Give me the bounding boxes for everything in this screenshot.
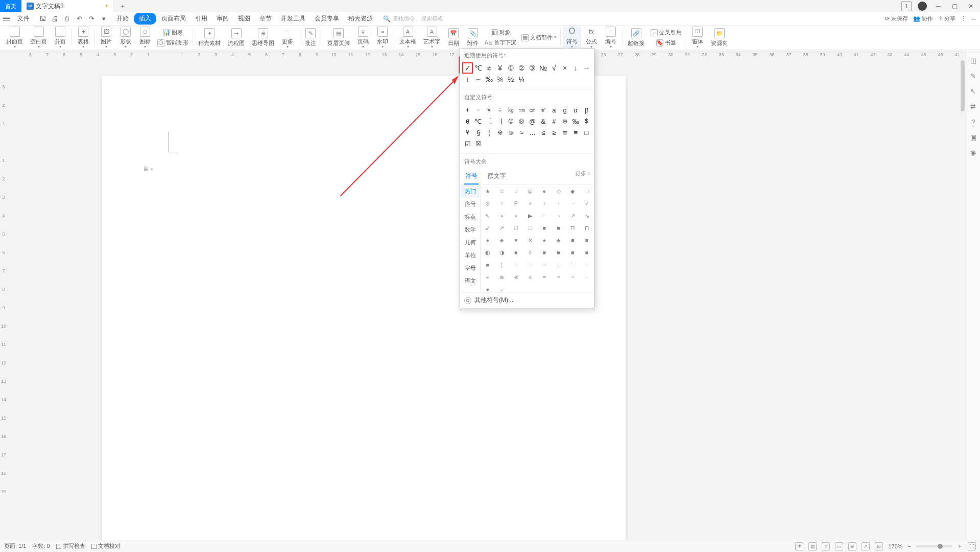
symbol-mini-item[interactable]: ✕ bbox=[523, 234, 537, 246]
sidebar-style-icon[interactable]: ✎ bbox=[969, 72, 977, 80]
status-spellcheck[interactable]: 拼写检查 bbox=[56, 542, 85, 550]
symbol-mini-item[interactable] bbox=[523, 283, 537, 292]
btn-chart[interactable]: 📊图表 bbox=[155, 28, 190, 37]
qa-dropdown-icon[interactable]: ▾ bbox=[99, 14, 108, 24]
zoom-value[interactable]: 170% bbox=[888, 543, 902, 549]
symbol-mini-item[interactable]: · bbox=[580, 259, 594, 271]
menu-review[interactable]: 审阅 bbox=[212, 13, 233, 25]
symbol-category-item[interactable]: 几何 bbox=[460, 236, 480, 249]
symbol-mini-item[interactable]: ÷ bbox=[523, 259, 537, 271]
btn-flowchart[interactable]: ⇢流程图 bbox=[225, 27, 248, 48]
symbol-mini-item[interactable]: ◎ bbox=[523, 185, 537, 197]
menu-more-icon[interactable]: ⋮ bbox=[961, 15, 966, 22]
menu-file[interactable]: 文件 bbox=[13, 13, 34, 25]
symbol-mini-item[interactable]: ≤ bbox=[523, 271, 537, 283]
sidebar-settings-icon[interactable]: ⇄ bbox=[969, 102, 977, 110]
ruler-vertical[interactable]: 32112345678910111213141516171819 bbox=[0, 59, 7, 540]
symbol-mini-item[interactable]: ■ bbox=[566, 246, 580, 259]
btn-headerfooter[interactable]: ▤页眉页脚 bbox=[324, 27, 353, 48]
btn-coverpage[interactable]: 封面页 bbox=[3, 26, 26, 50]
symbol-recent-item[interactable]: √ bbox=[548, 62, 559, 74]
symbol-mini-item[interactable]: ← bbox=[537, 210, 552, 222]
symbol-mini-item[interactable]: □ bbox=[509, 222, 523, 234]
symbol-mini-item[interactable]: ■ bbox=[537, 222, 552, 234]
avatar[interactable] bbox=[918, 2, 927, 11]
menu-pagelayout[interactable]: 页面布局 bbox=[157, 13, 190, 25]
menu-hamburger-icon[interactable] bbox=[3, 17, 10, 20]
symbol-recent-item[interactable]: ½ bbox=[506, 74, 516, 85]
btn-dropcap[interactable]: A≣首字下沉 bbox=[483, 38, 518, 48]
symbol-tab-more[interactable]: 更多 › bbox=[575, 170, 590, 185]
symbol-recent-item[interactable]: ¾ bbox=[494, 74, 505, 85]
btn-docer-material[interactable]: ✦稻壳素材 bbox=[195, 27, 224, 48]
menu-devtools[interactable]: 开发工具 bbox=[277, 13, 309, 25]
symbol-custom-item[interactable]: § bbox=[473, 127, 484, 138]
status-collab[interactable]: 👥协作 bbox=[913, 15, 933, 22]
symbol-mini-item[interactable]: ■ bbox=[537, 246, 552, 259]
symbol-mini-item[interactable]: ● bbox=[537, 185, 552, 197]
btn-numbering[interactable]: ≡编号 bbox=[602, 26, 620, 50]
menu-docer[interactable]: 稻壳资源 bbox=[344, 13, 377, 25]
symbol-mini-item[interactable]: □ bbox=[523, 222, 537, 234]
symbol-recent-item[interactable]: ② bbox=[516, 62, 527, 74]
btn-equation[interactable]: fx公式 bbox=[582, 26, 601, 50]
btn-comment[interactable]: ✎批注 bbox=[301, 27, 320, 48]
maximize-icon[interactable]: ▢ bbox=[949, 1, 960, 11]
symbol-custom-item[interactable]: # bbox=[548, 116, 559, 127]
symbol-mini-item[interactable]: ■ bbox=[509, 246, 523, 259]
view-fullscreen-icon[interactable]: ↗ bbox=[862, 542, 870, 550]
btn-shapes[interactable]: ◯形状 bbox=[116, 26, 135, 50]
symbol-mini-item[interactable]: ♣ bbox=[552, 234, 566, 246]
symbol-custom-item[interactable]: ¦ bbox=[484, 127, 494, 138]
vertical-scrollbar[interactable] bbox=[959, 50, 966, 540]
print-preview-icon[interactable]: ⎙ bbox=[62, 14, 71, 24]
symbol-mini-item[interactable]: » bbox=[509, 210, 523, 222]
symbol-mini-item[interactable]: ⊙ bbox=[481, 197, 495, 210]
btn-date[interactable]: 📅日期 bbox=[444, 27, 463, 48]
symbol-mini-item[interactable]: → bbox=[537, 259, 552, 271]
status-unsaved[interactable]: ⟳未保存 bbox=[885, 15, 908, 22]
symbol-mini-item[interactable]: ■ bbox=[580, 234, 594, 246]
symbol-mini-item[interactable]: ■ bbox=[566, 234, 580, 246]
btn-picture[interactable]: 🖼图片 bbox=[97, 26, 115, 50]
symbol-mini-item[interactable]: P bbox=[509, 197, 523, 210]
btn-attachment[interactable]: 📎附件 bbox=[464, 27, 482, 48]
symbol-mini-item[interactable]: ≡ bbox=[552, 259, 566, 271]
btn-icons[interactable]: ☺图标 bbox=[136, 26, 154, 50]
symbol-custom-item[interactable]: － bbox=[473, 104, 484, 116]
symbol-recent-item[interactable]: × bbox=[559, 62, 570, 74]
symbol-recent-item[interactable]: ≠ bbox=[484, 62, 494, 74]
status-proofread[interactable]: 文档校对 bbox=[91, 542, 121, 550]
symbol-mini-item[interactable]: ÷ bbox=[481, 271, 495, 283]
btn-pagenumber[interactable]: #页码 bbox=[354, 26, 372, 50]
undo-icon[interactable]: ↶ bbox=[75, 14, 84, 24]
tab-home[interactable]: 首页 bbox=[0, 0, 21, 12]
btn-hyperlink[interactable]: 🔗超链接 bbox=[625, 27, 648, 48]
menu-section[interactable]: 章节 bbox=[255, 13, 276, 25]
symbol-mini-item[interactable]: ○ bbox=[509, 185, 523, 197]
symbol-more-button[interactable]: Ω 其他符号(M)... bbox=[460, 292, 594, 308]
symbol-mini-item[interactable]: ≮ bbox=[509, 271, 523, 283]
tab-add[interactable]: ＋ bbox=[113, 2, 132, 11]
symbol-custom-item[interactable]: ÷ bbox=[494, 104, 505, 116]
minimize-icon[interactable]: ─ bbox=[933, 1, 943, 11]
symbol-recent-item[interactable]: № bbox=[538, 62, 548, 74]
symbol-custom-item[interactable]: ☑ bbox=[462, 138, 473, 149]
print-icon[interactable]: 🖨 bbox=[50, 14, 59, 24]
symbol-tab-emoticons[interactable]: 颜文字 bbox=[487, 170, 507, 185]
symbol-recent-item[interactable]: → bbox=[581, 62, 592, 74]
symbol-tab-symbols[interactable]: 符号 bbox=[464, 170, 479, 185]
symbol-mini-item[interactable]: ♀ bbox=[495, 197, 509, 210]
symbol-category-item[interactable]: 单位 bbox=[460, 249, 480, 262]
symbol-mini-item[interactable]: · bbox=[566, 197, 580, 210]
symbol-mini-item[interactable]: · bbox=[580, 271, 594, 283]
symbol-mini-item[interactable]: ◊ bbox=[523, 246, 537, 259]
symbol-custom-item[interactable]: ※ bbox=[494, 127, 505, 138]
symbol-custom-item[interactable]: β bbox=[581, 104, 592, 116]
redo-icon[interactable]: ↷ bbox=[87, 14, 96, 24]
symbol-mini-item[interactable]: ↖ bbox=[481, 210, 495, 222]
symbol-recent-item[interactable]: ↓ bbox=[570, 62, 581, 74]
symbol-mini-item[interactable]: ~ bbox=[566, 271, 580, 283]
zoom-slider[interactable] bbox=[916, 545, 952, 547]
btn-bookmark[interactable]: 🔖书签 bbox=[649, 38, 684, 48]
